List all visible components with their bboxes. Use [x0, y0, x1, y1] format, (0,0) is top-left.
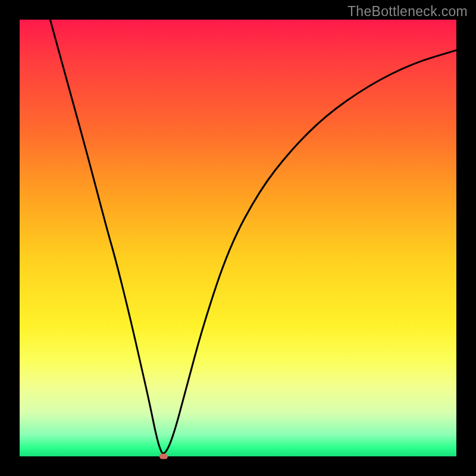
chart-frame: TheBottleneck.com: [0, 0, 476, 476]
bottleneck-curve: [20, 20, 456, 456]
minimum-marker: [159, 454, 168, 459]
watermark-text: TheBottleneck.com: [347, 4, 468, 20]
chart-plot-area: [20, 20, 456, 456]
